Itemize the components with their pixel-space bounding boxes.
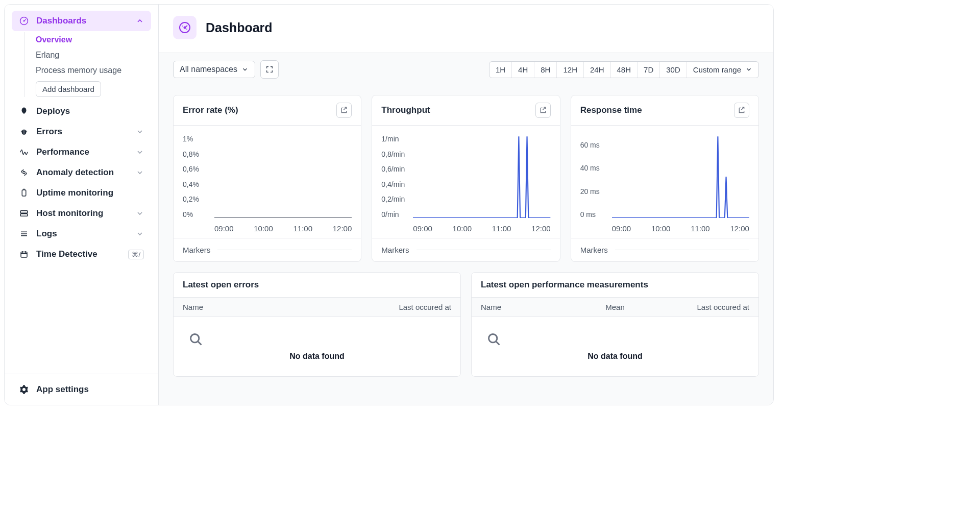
range-12h[interactable]: 12H bbox=[557, 62, 584, 78]
card-title: Response time bbox=[580, 105, 642, 115]
divider bbox=[416, 250, 551, 250]
card-title: Latest open errors bbox=[183, 280, 259, 290]
range-8h[interactable]: 8H bbox=[534, 62, 557, 78]
nav-logs[interactable]: Logs bbox=[12, 224, 151, 244]
plot-area bbox=[413, 135, 550, 218]
range-24h[interactable]: 24H bbox=[584, 62, 611, 78]
card-response-time: Response time 60 ms 40 ms 20 ms 0 ms bbox=[571, 95, 759, 262]
card-error-rate: Error rate (%) 1% 0,8% 0,6% 0,4% 0,2% 0% bbox=[173, 95, 361, 262]
chevron-down-icon bbox=[136, 128, 144, 136]
export-button[interactable] bbox=[535, 103, 551, 118]
col-last-occurred: Last occured at bbox=[660, 303, 749, 311]
range-7d[interactable]: 7D bbox=[638, 62, 660, 78]
svg-rect-11 bbox=[20, 214, 28, 216]
namespace-select[interactable]: All namespaces bbox=[173, 61, 255, 78]
x-axis: 09:00 10:00 11:00 12:00 bbox=[612, 224, 749, 233]
nav-uptime-label: Uptime monitoring bbox=[36, 188, 113, 198]
x-axis: 09:00 10:00 11:00 12:00 bbox=[214, 224, 352, 233]
nav-time-detective[interactable]: Time Detective ⌘/ bbox=[12, 244, 151, 264]
divider bbox=[615, 250, 749, 250]
range-4h[interactable]: 4H bbox=[512, 62, 534, 78]
nav-settings-label: App settings bbox=[36, 384, 89, 395]
svg-rect-15 bbox=[21, 252, 27, 258]
empty-state: No data found bbox=[174, 317, 460, 376]
svg-line-6 bbox=[26, 131, 27, 132]
page-header: Dashboard bbox=[159, 5, 773, 53]
expand-icon bbox=[265, 65, 274, 74]
range-30d[interactable]: 30D bbox=[660, 62, 687, 78]
svg-rect-10 bbox=[20, 211, 28, 213]
export-button[interactable] bbox=[734, 103, 749, 118]
plot-area bbox=[214, 135, 352, 218]
export-icon bbox=[340, 106, 348, 114]
range-1h[interactable]: 1H bbox=[489, 62, 512, 78]
subnav-erlang[interactable]: Erlang bbox=[36, 47, 151, 63]
nav-errors-label: Errors bbox=[36, 127, 62, 137]
table-header: Name Mean Last occured at bbox=[472, 297, 758, 317]
svg-rect-8 bbox=[22, 190, 26, 196]
card-throughput: Throughput 1/min 0,8/min 0,6/min 0,4/min… bbox=[372, 95, 560, 262]
svg-point-23 bbox=[186, 29, 187, 30]
card-open-errors: Latest open errors Name Last occured at … bbox=[173, 272, 461, 377]
add-dashboard-button[interactable]: Add dashboard bbox=[36, 81, 101, 97]
sidebar: Dashboards Overview Erlang Process memor… bbox=[5, 5, 159, 405]
nav-host-label: Host monitoring bbox=[36, 208, 103, 218]
subnav-overview[interactable]: Overview bbox=[36, 32, 151, 47]
nav-deploys[interactable]: Deploys bbox=[12, 101, 151, 122]
server-icon bbox=[19, 208, 29, 218]
nav-performance-label: Performance bbox=[36, 147, 89, 157]
y-axis: 1% 0,8% 0,6% 0,4% 0,2% 0% bbox=[183, 135, 199, 218]
chart-error-rate: 1% 0,8% 0,6% 0,4% 0,2% 0% 09:00 10: bbox=[174, 126, 361, 238]
empty-text: No data found bbox=[189, 352, 445, 361]
card-title: Latest open performance measurements bbox=[481, 280, 648, 290]
nav-dashboards-label: Dashboards bbox=[36, 16, 86, 26]
col-name: Name bbox=[183, 303, 317, 311]
list-icon bbox=[19, 229, 29, 239]
nav-dashboards[interactable]: Dashboards bbox=[12, 11, 151, 31]
svg-point-22 bbox=[182, 26, 183, 27]
nav-app-settings[interactable]: App settings bbox=[12, 381, 151, 398]
search-icon bbox=[189, 332, 445, 347]
export-button[interactable] bbox=[336, 103, 352, 118]
chart-response-time: 60 ms 40 ms 20 ms 0 ms 09:00 10 bbox=[571, 126, 758, 238]
col-name: Name bbox=[481, 303, 570, 311]
wave-icon bbox=[19, 147, 29, 157]
card-footer: Markers bbox=[372, 238, 559, 261]
empty-text: No data found bbox=[487, 352, 743, 361]
card-open-perf: Latest open performance measurements Nam… bbox=[471, 272, 759, 377]
range-48h[interactable]: 48H bbox=[611, 62, 638, 78]
y-axis: 60 ms 40 ms 20 ms 0 ms bbox=[580, 141, 600, 218]
nav-anomaly[interactable]: Anomaly detection bbox=[12, 162, 151, 183]
dashboards-subnav: Overview Erlang Process memory usage Add… bbox=[24, 32, 151, 97]
chevron-down-icon bbox=[136, 230, 144, 238]
nav-host[interactable]: Host monitoring bbox=[12, 203, 151, 224]
clock-icon bbox=[19, 249, 29, 259]
radar-icon bbox=[19, 167, 29, 178]
nav-performance[interactable]: Performance bbox=[12, 142, 151, 162]
col-last-occurred: Last occured at bbox=[317, 303, 451, 311]
content: Error rate (%) 1% 0,8% 0,6% 0,4% 0,2% 0% bbox=[159, 86, 773, 405]
markers-label: Markers bbox=[381, 246, 409, 254]
divider bbox=[217, 250, 352, 250]
chevron-down-icon bbox=[745, 66, 752, 73]
toolbar: All namespaces 1H 4H 8H 12H 24H 48H 7D 3… bbox=[159, 53, 773, 86]
chart-throughput: 1/min 0,8/min 0,6/min 0,4/min 0,2/min 0/… bbox=[372, 126, 559, 238]
fullscreen-button[interactable] bbox=[260, 60, 279, 79]
main: Dashboard All namespaces 1H 4H 8H 12H 24… bbox=[159, 5, 773, 405]
svg-point-25 bbox=[191, 334, 199, 343]
markers-label: Markers bbox=[580, 246, 608, 254]
card-title: Throughput bbox=[381, 105, 430, 115]
svg-line-2 bbox=[24, 19, 26, 21]
nav-errors[interactable]: Errors bbox=[12, 122, 151, 142]
namespace-value: All namespaces bbox=[180, 65, 237, 74]
empty-state: No data found bbox=[472, 317, 758, 376]
markers-label: Markers bbox=[183, 246, 210, 254]
gauge-icon bbox=[19, 16, 29, 26]
nav-uptime[interactable]: Uptime monitoring bbox=[12, 183, 151, 203]
subnav-process-memory[interactable]: Process memory usage bbox=[36, 63, 151, 78]
range-custom[interactable]: Custom range bbox=[687, 62, 758, 78]
chevron-down-icon bbox=[136, 209, 144, 217]
nav-deploys-label: Deploys bbox=[36, 106, 70, 116]
rocket-icon bbox=[19, 106, 29, 116]
nav-anomaly-label: Anomaly detection bbox=[36, 167, 114, 178]
